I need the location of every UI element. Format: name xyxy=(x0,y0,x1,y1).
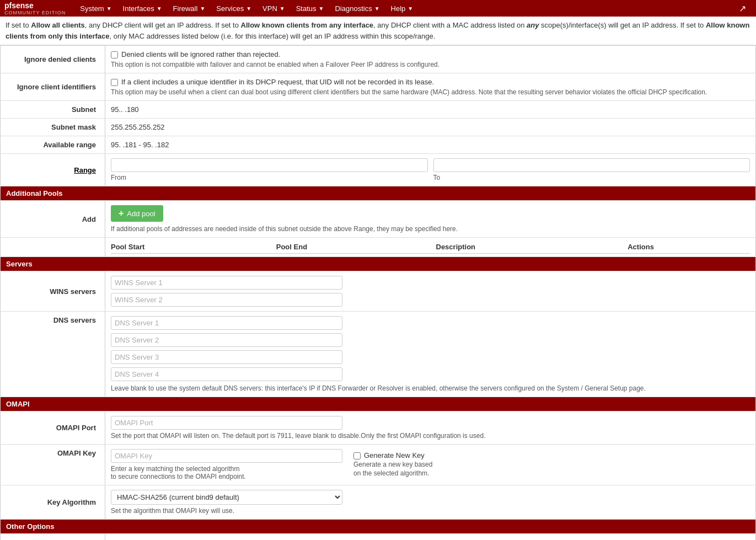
nav-status[interactable]: Status ▼ xyxy=(291,0,330,17)
subnet-label: Subnet xyxy=(1,101,105,119)
nav-system[interactable]: System ▼ xyxy=(74,0,117,17)
nav-interfaces[interactable]: Interfaces ▼ xyxy=(117,0,168,17)
omapi-key-desc2: to secure connections to the OMAPI endpo… xyxy=(111,473,342,480)
navbar: pfsense COMMUNITY EDITION System ▼ Inter… xyxy=(0,0,756,17)
dns-server-2-input[interactable] xyxy=(111,333,342,347)
ignore-denied-desc: This option is not compatible with failo… xyxy=(111,61,750,68)
omapi-key-desc1: Enter a key matching the selected algori… xyxy=(111,465,342,473)
key-algorithm-select[interactable]: HMAC-SHA256 (current bind9 default) HMAC… xyxy=(111,490,342,505)
dns-server-4-input[interactable] xyxy=(111,367,342,381)
pool-end-header: Pool End xyxy=(271,240,431,254)
ignore-denied-row: Ignore denied clients Denied clients wil… xyxy=(1,46,756,73)
servers-section-row: Servers xyxy=(1,257,756,271)
nav-diagnostics[interactable]: Diagnostics ▼ xyxy=(329,0,385,17)
dns-server-3-input[interactable] xyxy=(111,350,342,364)
main-content: If set to Allow all clients, any DHCP cl… xyxy=(0,17,756,540)
dns-servers-desc: Leave blank to use the system default DN… xyxy=(111,384,750,392)
dns-servers-value: Leave blank to use the system default DN… xyxy=(105,312,756,397)
servers-header: Servers xyxy=(1,257,755,271)
pool-columns: Pool Start Pool End Description Actions xyxy=(105,238,756,257)
chevron-down-icon: ▼ xyxy=(280,6,285,12)
other-options-section-row: Other Options xyxy=(1,520,756,534)
subnet-mask-label: Subnet mask xyxy=(1,119,105,136)
range-to-label: To xyxy=(433,174,750,181)
omapi-port-label: OMAPI Port xyxy=(1,411,105,445)
omapi-port-desc: Set the port that OMAPI will listen on. … xyxy=(111,432,750,440)
dns-server-1-input[interactable] xyxy=(111,316,342,330)
nav-help[interactable]: Help ▼ xyxy=(385,0,419,17)
key-algorithm-desc: Set the algorithm that OMAPI key will us… xyxy=(111,507,750,515)
add-pool-label: Add xyxy=(1,201,105,238)
ignore-identifiers-checkbox-text: If a client includes a unique identifier… xyxy=(121,78,434,86)
nav-firewall[interactable]: Firewall ▼ xyxy=(168,0,211,17)
range-to-input[interactable] xyxy=(433,158,750,172)
add-pool-button-label: Add pool xyxy=(127,210,155,218)
ignore-identifiers-checkbox-row: If a client includes a unique identifier… xyxy=(111,78,750,86)
omapi-key-input[interactable] xyxy=(111,449,342,463)
pool-start-header: Pool Start xyxy=(111,240,271,254)
range-from-input[interactable] xyxy=(111,158,428,172)
chevron-down-icon: ▼ xyxy=(408,6,413,12)
servers-section-cell: Servers xyxy=(1,257,756,271)
ignore-denied-checkbox-row: Denied clients will be ignored rather th… xyxy=(111,50,750,58)
omapi-section-row: OMAPI xyxy=(1,397,756,411)
chevron-down-icon: ▼ xyxy=(374,6,380,12)
omapi-key-left: Enter a key matching the selected algori… xyxy=(111,449,342,480)
pool-header-row: Pool Start Pool End Description Actions xyxy=(1,238,756,257)
allow-known-text: Allow known clients from any interface xyxy=(241,21,374,29)
gen-key-label: Generate New Key xyxy=(364,451,425,459)
range-link[interactable]: Range xyxy=(74,166,96,174)
additional-pools-section-row: Additional Pools xyxy=(1,186,756,201)
ignore-denied-checkbox-text: Denied clients will be ignored rather th… xyxy=(121,50,280,58)
range-value: From To xyxy=(105,154,756,186)
gateway-value: 95 .182 The default is to use the IP on … xyxy=(105,534,756,541)
gen-key-area: Generate New Key xyxy=(353,451,432,459)
available-range-label: Available range xyxy=(1,136,105,154)
pool-column-header-row: Pool Start Pool End Description Actions xyxy=(111,240,750,254)
ignore-identifiers-label: Ignore client identifiers xyxy=(1,73,105,101)
wins-server-1-input[interactable] xyxy=(111,276,342,290)
range-label: Range xyxy=(1,154,105,186)
ignore-identifiers-checkbox[interactable] xyxy=(111,79,118,86)
other-options-header: Other Options xyxy=(1,520,755,533)
range-to-group: To xyxy=(433,158,750,181)
nav-vpn[interactable]: VPN ▼ xyxy=(257,0,291,17)
pool-actions-header: Actions xyxy=(622,240,750,254)
available-range-value: 95. .181 - 95. .182 xyxy=(105,136,756,154)
nav-external-link[interactable]: ↗ xyxy=(733,0,752,17)
chevron-down-icon: ▼ xyxy=(319,6,324,12)
wins-servers-label: WINS servers xyxy=(1,271,105,312)
key-algorithm-row: Key Algorithm HMAC-SHA256 (current bind9… xyxy=(1,485,756,520)
brand: pfsense COMMUNITY EDITION xyxy=(4,2,66,15)
ignore-denied-label: Ignore denied clients xyxy=(1,46,105,73)
key-algorithm-label: Key Algorithm xyxy=(1,485,105,520)
other-options-section-cell: Other Options xyxy=(1,520,756,534)
omapi-key-row-inner: Enter a key matching the selected algori… xyxy=(111,449,750,480)
wins-servers-row: WINS servers xyxy=(1,271,756,312)
ignore-identifiers-row: Ignore client identifiers If a client in… xyxy=(1,73,756,101)
omapi-header: OMAPI xyxy=(1,397,755,411)
wins-server-2-input[interactable] xyxy=(111,293,342,307)
top-description: If set to Allow all clients, any DHCP cl… xyxy=(0,17,756,45)
add-pool-button[interactable]: + Add pool xyxy=(111,205,163,222)
chevron-down-icon: ▼ xyxy=(106,6,112,12)
gen-key-checkbox[interactable] xyxy=(353,452,361,459)
ignore-denied-checkbox[interactable] xyxy=(111,51,118,58)
ignore-identifiers-desc: This option may be useful when a client … xyxy=(111,88,750,96)
chevron-down-icon: ▼ xyxy=(157,6,162,12)
chevron-down-icon: ▼ xyxy=(200,6,205,12)
gen-key-desc2: on the selected algorithm. xyxy=(353,469,432,477)
ignore-identifiers-value: If a client includes a unique identifier… xyxy=(105,73,756,101)
edition-text: COMMUNITY EDITION xyxy=(4,10,66,15)
available-range-row: Available range 95. .181 - 95. .182 xyxy=(1,136,756,154)
omapi-port-input[interactable] xyxy=(111,416,342,430)
key-algorithm-value: HMAC-SHA256 (current bind9 default) HMAC… xyxy=(105,485,756,520)
nav-services[interactable]: Services ▼ xyxy=(211,0,257,17)
subnet-mask-row: Subnet mask 255.255.255.252 xyxy=(1,119,756,136)
pool-description-header: Description xyxy=(431,240,623,254)
wins-servers-value xyxy=(105,271,756,312)
omapi-key-row: OMAPI Key Enter a key matching the selec… xyxy=(1,445,756,485)
add-pool-desc: If additional pools of addresses are nee… xyxy=(111,225,750,233)
additional-pools-header: Additional Pools xyxy=(1,186,755,200)
subnet-row: Subnet 95.. .180 xyxy=(1,101,756,119)
